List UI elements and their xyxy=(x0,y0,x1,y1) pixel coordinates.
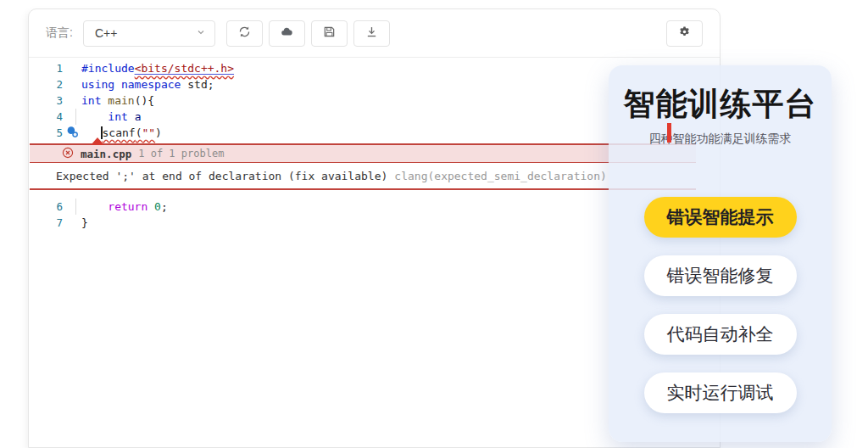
code-text: #include<bits/stdc++.h> xyxy=(81,62,234,75)
peek-header[interactable]: main.cpp 1 of 1 problem xyxy=(30,145,696,163)
line-number: 4 xyxy=(29,110,63,123)
language-selected-value: C++ xyxy=(95,26,117,40)
settings-button[interactable] xyxy=(666,20,703,47)
peek-file-name: main.cpp xyxy=(81,148,131,160)
gutter-margin xyxy=(63,199,81,215)
error-message: Expected ';' at end of declaration (fix … xyxy=(56,170,387,182)
gutter-margin xyxy=(63,215,81,231)
gear-icon xyxy=(678,25,691,41)
save-button[interactable] xyxy=(311,20,348,47)
gutter-margin xyxy=(63,92,81,109)
refresh-icon xyxy=(238,25,251,41)
gutter-margin xyxy=(63,109,81,125)
feature-button-stack: 错误智能提示错误智能修复代码自动补全实时运行调试 xyxy=(644,197,797,413)
gutter-margin xyxy=(63,76,81,92)
refresh-button[interactable] xyxy=(226,20,263,47)
gutter-margin xyxy=(63,60,81,76)
save-icon xyxy=(323,25,336,41)
editor-toolbar: 语言: C++ xyxy=(29,9,720,58)
code-text: int a xyxy=(81,110,141,123)
cloud-upload-button[interactable] xyxy=(269,20,305,47)
line-number: 2 xyxy=(29,78,63,91)
code-text: using namespace std; xyxy=(81,78,214,91)
download-icon xyxy=(365,25,378,41)
feature-button[interactable]: 错误智能提示 xyxy=(644,197,797,238)
problem-peek-view: main.cpp 1 of 1 problem Expected ';' at … xyxy=(30,143,696,190)
gutter-margin xyxy=(63,125,81,141)
quick-fix-lightbulb-icon[interactable] xyxy=(66,126,79,141)
feature-button[interactable]: 错误智能修复 xyxy=(644,255,797,296)
cloud-upload-icon xyxy=(281,25,293,41)
circle-x-icon xyxy=(62,147,74,161)
language-select[interactable]: C++ xyxy=(83,20,215,47)
peek-top-border xyxy=(30,143,696,145)
code-text: return 0; xyxy=(81,200,168,213)
line-number: 1 xyxy=(29,62,63,75)
chevron-down-icon xyxy=(196,26,206,40)
code-text: } xyxy=(81,216,88,229)
indent-guide xyxy=(75,199,76,215)
red-cursor-marker xyxy=(667,123,671,143)
feature-button[interactable]: 实时运行调试 xyxy=(644,372,797,413)
promo-panel: 智能训练平台 四种智能功能满足训练需求 错误智能提示错误智能修复代码自动补全实时… xyxy=(609,65,832,442)
line-number: 6 xyxy=(29,200,63,213)
feature-button[interactable]: 代码自动补全 xyxy=(644,314,797,355)
peek-message-row: Expected ';' at end of declaration (fix … xyxy=(30,163,696,190)
indent-guide xyxy=(75,109,76,125)
error-pointer-triangle xyxy=(91,137,104,145)
error-source: clang(expected_semi_declaration) xyxy=(394,170,606,182)
code-text: int main(){ xyxy=(81,94,154,107)
line-number: 3 xyxy=(29,94,63,107)
panel-title: 智能训练平台 xyxy=(624,86,817,123)
line-number: 7 xyxy=(29,216,63,229)
download-button[interactable] xyxy=(353,20,390,47)
language-label: 语言: xyxy=(46,25,73,41)
line-number: 5 xyxy=(29,126,63,139)
peek-problem-count: 1 of 1 problem xyxy=(138,148,224,160)
